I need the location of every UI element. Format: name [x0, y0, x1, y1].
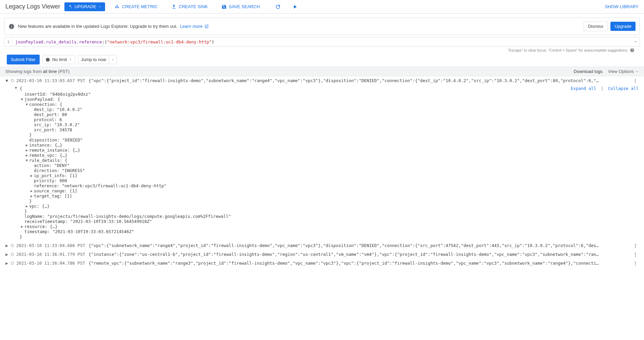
json-field[interactable]: priority: 900 — [34, 178, 67, 183]
filter-row: Submit Filter No limit Jump to now — [0, 53, 644, 67]
json-field[interactable]: ip_port_info: [1] — [34, 173, 77, 178]
json-field[interactable]: direction: "INGRESS" — [34, 168, 85, 173]
toggle-icon[interactable]: ▶ — [29, 174, 34, 177]
json-open-brace: { — [20, 86, 22, 91]
json-field[interactable]: src_port: 34578 — [34, 127, 72, 132]
json-brace: } — [20, 234, 22, 239]
json-field[interactable]: rule_details: { — [29, 158, 67, 163]
log-timestamp: 2021-03-10 11:36:01.779 PST — [15, 251, 88, 258]
json-field[interactable]: receiveTimestamp: "2021-03-10T19:33:10.5… — [24, 219, 152, 224]
no-limit-label: No limit — [52, 57, 67, 62]
submit-filter-button[interactable]: Submit Filter — [7, 55, 40, 64]
toggle-icon[interactable]: ▼ — [24, 102, 29, 106]
json-field[interactable]: connection: { — [29, 102, 62, 107]
no-limit-dropdown[interactable]: No limit — [42, 55, 75, 64]
toggle-icon[interactable]: ▶ — [24, 204, 29, 208]
create-metric-button[interactable]: CREATE METRIC — [110, 0, 162, 14]
toggle-icon[interactable]: ▼ — [20, 97, 24, 101]
refresh-button[interactable] — [272, 0, 284, 14]
log-row[interactable]: ▼ 2021-03-10 11:33:03.657 PST {"vpc":{"p… — [0, 76, 644, 85]
json-field[interactable]: dest_ip: "10.4.0.2" — [34, 107, 82, 112]
json-field[interactable]: src_ip: "10.3.0.2" — [34, 122, 80, 127]
status-bar: Showing logs from all time (PST) Downloa… — [0, 67, 644, 76]
json-field[interactable]: target_tag: [1] — [34, 193, 72, 199]
log-summary: {"vpc":{"subnetwork_name":"range4","proj… — [88, 242, 632, 249]
expand-toggle[interactable]: ▶ — [4, 260, 9, 267]
json-field[interactable]: jsonPayload: { — [24, 97, 60, 102]
row-menu-icon[interactable]: ⋮ — [632, 77, 639, 84]
query-editor[interactable]: 1 jsonPayload.rule_details.reference:("n… — [4, 37, 640, 46]
jump-to-now-button[interactable]: Jump to now — [78, 55, 109, 64]
severity-indicator[interactable] — [9, 242, 15, 249]
caret-down-icon — [69, 58, 72, 61]
severity-indicator[interactable] — [9, 77, 15, 84]
json-field[interactable]: remote_vpc: {…} — [29, 153, 67, 158]
toggle-icon[interactable]: ▶ — [24, 143, 29, 147]
expand-all-link[interactable]: Expand all — [571, 86, 596, 91]
collapse-all-link[interactable]: Collapse all — [608, 86, 639, 91]
status-text: Showing logs from all time (PST) — [5, 69, 69, 74]
log-row[interactable]: ▶ 2021-03-10 11:36:01.779 PST {"instance… — [0, 250, 644, 259]
severity-indicator[interactable] — [9, 260, 15, 267]
play-button[interactable] — [289, 0, 301, 14]
query-text[interactable]: jsonPayload.rule_details.reference:("net… — [13, 39, 631, 44]
expand-toggle[interactable]: ▼ — [4, 77, 9, 84]
json-field[interactable]: reference: "network:vpc3/firewall:uc1-db… — [34, 183, 166, 188]
log-timestamp: 2021-03-10 11:36:04.786 PST — [15, 260, 88, 267]
create-sink-label: CREATE SINK — [179, 4, 208, 9]
sparkle-icon — [68, 4, 73, 9]
log-row[interactable]: ▶ 2021-03-10 11:33:04.666 PST {"vpc":{"s… — [0, 241, 644, 250]
upgrade-button[interactable]: Upgrade — [610, 22, 636, 31]
json-field[interactable]: action: "DENY" — [34, 163, 69, 168]
help-icon[interactable] — [630, 48, 635, 53]
json-field[interactable]: insertId: "64b6oig2pv8dxz" — [24, 92, 91, 97]
toggle-icon[interactable]: ▼ — [24, 158, 29, 162]
external-link-icon — [204, 24, 209, 29]
query-line-number: 1 — [4, 37, 13, 46]
toggle-icon[interactable]: ▶ — [29, 189, 34, 193]
show-library-link[interactable]: SHOW LIBRARY — [605, 4, 639, 9]
download-logs-link[interactable]: Download logs — [573, 69, 602, 74]
toggle-icon[interactable]: ▶ — [24, 153, 29, 157]
json-field[interactable]: vpc: {…} — [29, 204, 49, 209]
learn-more-link[interactable]: Learn more — [180, 24, 209, 29]
upgrade-chip-label: UPGRADE — [75, 4, 96, 9]
json-field[interactable]: source_range: [1] — [34, 188, 77, 193]
toggle-icon[interactable]: ▶ — [29, 194, 34, 198]
query-hint: "Escape" to clear focus. "Control + Spac… — [4, 46, 640, 53]
save-icon — [221, 4, 227, 10]
json-field[interactable]: logName: "projects/firewall-insights-dem… — [24, 214, 231, 219]
json-field[interactable]: resource: {…} — [24, 224, 58, 229]
row-menu-icon[interactable]: ⋮ — [632, 260, 639, 267]
toggle-icon[interactable]: ▶ — [24, 148, 29, 152]
row-menu-icon[interactable]: ⋮ — [632, 242, 639, 249]
json-field[interactable]: disposition: "DENIED" — [29, 137, 83, 143]
caret-down-icon — [98, 5, 102, 8]
json-field[interactable]: dest_port: 80 — [34, 112, 67, 117]
expand-toggle[interactable]: ▶ — [4, 251, 9, 258]
dismiss-button[interactable]: Dismiss — [584, 21, 608, 31]
log-row[interactable]: ▶ 2021-03-10 11:36:04.786 PST {"remote_v… — [0, 259, 644, 268]
json-tree: ▶insertId: "64b6oig2pv8dxz" ▼jsonPayload… — [0, 92, 644, 241]
view-options-dropdown[interactable]: View Options — [608, 69, 639, 74]
log-timestamp: 2021-03-10 11:33:04.666 PST — [15, 242, 88, 249]
bar-chart-icon — [115, 4, 120, 10]
json-field[interactable]: instance: {…} — [29, 143, 62, 148]
log-summary: {"vpc":{"project_id":"firewall-insights-… — [88, 77, 632, 84]
json-brace: } — [24, 209, 27, 214]
save-search-button[interactable]: SAVE SEARCH — [217, 0, 264, 14]
row-menu-icon[interactable]: ⋮ — [632, 251, 639, 258]
query-expand-button[interactable] — [631, 40, 640, 44]
toggle-icon[interactable]: ▶ — [20, 225, 24, 228]
severity-indicator[interactable] — [9, 251, 15, 258]
upgrade-banner: New features are available in the update… — [4, 18, 640, 35]
expand-toggle[interactable]: ▶ — [4, 242, 9, 249]
json-field[interactable]: remote_instance: {…} — [29, 148, 80, 153]
json-field[interactable]: timestamp: "2021-03-10T19:33:03.65721454… — [24, 229, 134, 234]
jump-to-dropdown[interactable] — [109, 55, 117, 64]
log-summary: {"remote_vpc":{"subnetwork_name":"range3… — [88, 260, 632, 267]
create-sink-button[interactable]: CREATE SINK — [167, 0, 212, 14]
upgrade-chip[interactable]: UPGRADE — [64, 2, 105, 11]
json-field[interactable]: protocol: 6 — [34, 117, 62, 122]
refresh-icon — [275, 4, 281, 10]
